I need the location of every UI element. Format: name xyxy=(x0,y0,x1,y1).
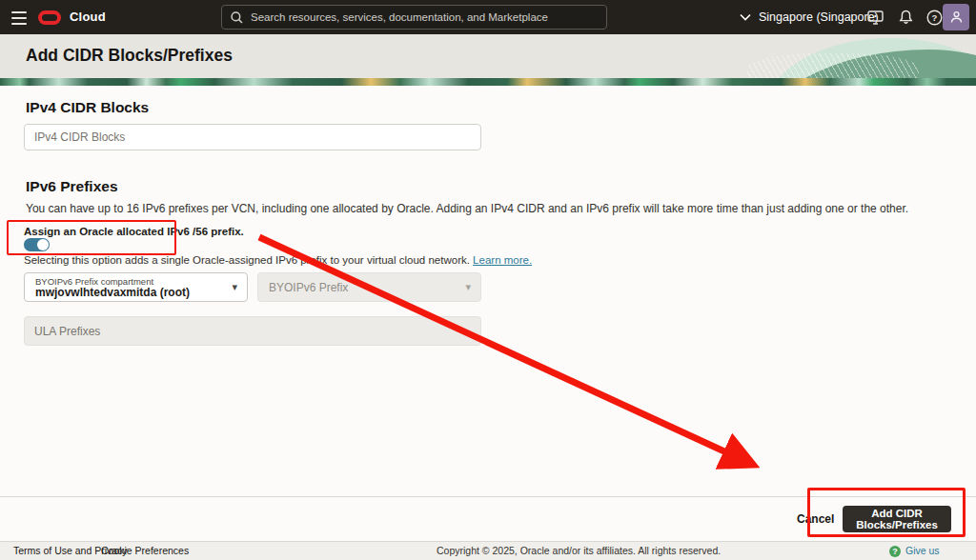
region-label: Singapore (Singapore) xyxy=(759,10,879,24)
compartment-text: BYOIPv6 Prefix compartment mwjovwlhtedva… xyxy=(35,276,190,299)
cancel-button[interactable]: Cancel xyxy=(797,512,834,526)
chevron-down-icon: ▾ xyxy=(232,281,247,293)
chevron-down-icon xyxy=(740,13,751,21)
top-navigation-bar: Cloud Singapore (Singapore) ? xyxy=(0,0,976,34)
cookie-preferences-link[interactable]: Cookie Preferences xyxy=(101,542,189,560)
page-header: Add CIDR Blocks/Prefixes xyxy=(0,34,976,78)
decorative-art xyxy=(747,53,919,78)
byoipv6-prefix-placeholder: BYOIPv6 Prefix xyxy=(269,281,348,294)
ipv6-section-heading: IPv6 Prefixes xyxy=(26,178,118,195)
byoipv6-compartment-select[interactable]: BYOIPv6 Prefix compartment mwjovwlhtedva… xyxy=(24,272,248,302)
svg-text:?: ? xyxy=(931,12,937,23)
announcements-icon[interactable] xyxy=(865,8,884,27)
search-icon xyxy=(231,11,243,24)
chevron-down-icon: ▾ xyxy=(465,281,480,293)
user-avatar[interactable] xyxy=(943,4,969,30)
oracle-ipv6-toggle[interactable] xyxy=(24,238,50,251)
byoipv6-prefix-select: BYOIPv6 Prefix ▾ xyxy=(257,272,481,302)
ula-prefixes-input xyxy=(24,316,481,346)
hamburger-menu-icon[interactable] xyxy=(10,8,29,27)
ipv6-description: You can have up to 16 IPv6 prefixes per … xyxy=(26,202,941,215)
give-feedback-link[interactable]: Give us feedback xyxy=(905,542,976,560)
add-cidr-blocks-button[interactable]: Add CIDR Blocks/Prefixes xyxy=(843,506,951,532)
help-icon[interactable]: ? xyxy=(925,8,944,27)
search-input[interactable] xyxy=(251,11,598,23)
compartment-label: BYOIPv6 Prefix compartment xyxy=(35,276,190,287)
toggle-knob xyxy=(37,239,49,250)
compartment-value: mwjovwlhtedvaxmitda (root) xyxy=(35,287,190,299)
copyright-text: Copyright © 2025, Oracle and/or its affi… xyxy=(437,542,721,560)
ipv4-cidr-input[interactable] xyxy=(24,124,481,150)
global-search[interactable] xyxy=(221,5,607,30)
region-selector[interactable]: Singapore (Singapore) xyxy=(740,0,879,34)
oracle-ipv6-toggle-label: Assign an Oracle allocated IPv6 /56 pref… xyxy=(24,226,244,237)
oracle-logo-icon[interactable] xyxy=(38,10,61,25)
add-cidr-blocks-page: Cloud Singapore (Singapore) ? Add CIDR B… xyxy=(0,0,976,560)
person-icon xyxy=(950,10,963,24)
brand-label: Cloud xyxy=(70,0,106,34)
ipv4-section-heading: IPv4 CIDR Blocks xyxy=(26,99,149,116)
footer: Terms of Use and Privacy Cookie Preferen… xyxy=(0,541,976,560)
decorative-leaf-strip xyxy=(0,78,976,86)
page-title: Add CIDR Blocks/Prefixes xyxy=(26,46,233,66)
learn-more-link[interactable]: Learn more. xyxy=(473,254,532,266)
notifications-bell-icon[interactable] xyxy=(896,8,915,27)
toggle-help-text-body: Selecting this option adds a single Orac… xyxy=(24,254,473,266)
feedback-help-icon: ? xyxy=(889,546,901,557)
toggle-help-text: Selecting this option adds a single Orac… xyxy=(24,254,532,266)
